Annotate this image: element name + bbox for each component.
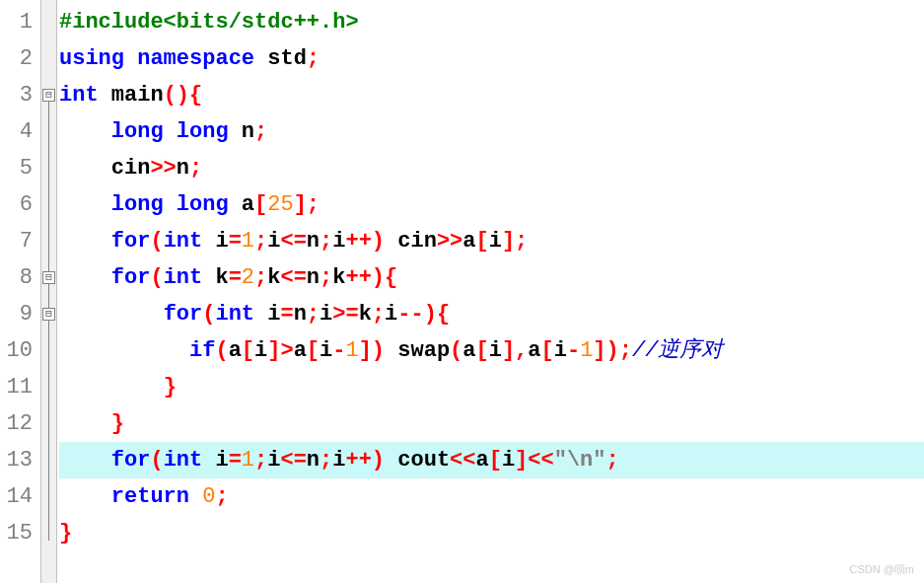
line-number: 13 [4,442,33,478]
fold-toggle-icon[interactable]: ⊟ [42,89,55,102]
code-line: } [59,369,924,405]
code-line: long long a[25]; [59,186,924,223]
fold-toggle-icon[interactable]: ⊟ [42,271,55,284]
line-number: 7 [4,223,33,259]
code-line: using namespace std; [59,40,924,77]
line-number: 15 [4,515,33,551]
code-line: if(a[i]>a[i-1]) swap(a[i],a[i-1]);//逆序对 [59,332,924,369]
fold-gutter: ⊟ ⊟ ⊟ [41,0,57,583]
fold-toggle-icon[interactable]: ⊟ [42,308,55,321]
line-number: 2 [4,40,33,77]
code-line: return 0; [59,478,924,515]
line-number: 12 [4,405,33,442]
watermark: CSDN @呗m [849,562,914,577]
code-line: } [59,405,924,442]
line-number: 5 [4,150,33,186]
code-line: #include<bits/stdc++.h> [59,4,924,40]
code-editor: 1 2 3 4 5 6 7 8 9 10 11 12 13 14 15 ⊟ ⊟ … [0,0,924,583]
code-line: for(int k=2;k<=n;k++){ [59,259,924,296]
line-number: 14 [4,478,33,515]
line-number: 10 [4,332,33,369]
line-number: 8 [4,259,33,296]
code-line: long long n; [59,113,924,150]
code-line: for(int i=1;i<=n;i++) cin>>a[i]; [59,223,924,259]
line-number: 3 [4,77,33,113]
line-number-gutter: 1 2 3 4 5 6 7 8 9 10 11 12 13 14 15 [0,0,41,583]
code-line: for(int i=n;i>=k;i--){ [59,296,924,332]
line-number: 11 [4,369,33,405]
line-number: 9 [4,296,33,332]
code-content[interactable]: #include<bits/stdc++.h> using namespace … [57,0,924,583]
code-line: cin>>n; [59,150,924,186]
line-number: 4 [4,113,33,150]
code-line: } [59,515,924,551]
line-number: 6 [4,186,33,223]
line-number: 1 [4,4,33,40]
code-line: int main(){ [59,77,924,113]
code-line-active: for(int i=1;i<=n;i++) cout<<a[i]<<"\n"; [59,442,924,478]
